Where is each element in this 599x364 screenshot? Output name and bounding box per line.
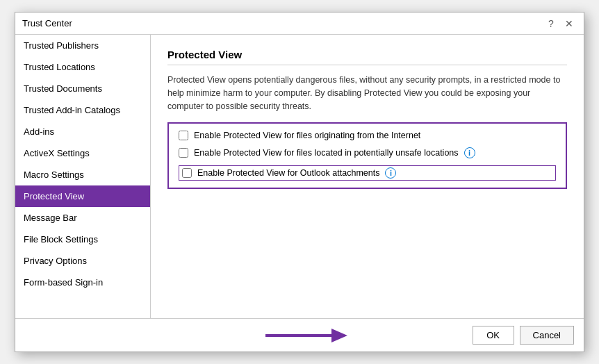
info-icon-opt-unsafe-locations[interactable]: i [464,147,475,158]
label-opt-unsafe-locations[interactable]: Enable Protected View for files located … [194,148,459,158]
option-row-opt-unsafe-locations: Enable Protected View for files located … [179,147,556,158]
sidebar: Trusted PublishersTrusted LocationsTrust… [15,35,151,318]
sidebar-item-privacy-options[interactable]: Privacy Options [15,250,150,272]
svg-marker-1 [331,329,347,342]
dialog-title: Trust Center [22,18,72,28]
sidebar-item-macro-settings[interactable]: Macro Settings [15,164,150,185]
sidebar-item-file-block-settings[interactable]: File Block Settings [15,229,150,250]
description-text: Protected View opens potentially dangero… [167,74,567,113]
sidebar-item-protected-view[interactable]: Protected View [15,185,150,207]
dialog-footer: OK Cancel [15,318,584,351]
checkbox-opt-unsafe-locations[interactable] [179,148,188,158]
option-row-opt-outlook: Enable Protected View for Outlook attach… [179,165,556,181]
ok-button[interactable]: OK [473,326,514,345]
main-content: Protected View Protected View opens pote… [151,35,584,318]
checkbox-opt-outlook[interactable] [182,168,192,178]
arrow-container [265,324,349,347]
sidebar-item-trusted-documents[interactable]: Trusted Documents [15,78,150,99]
titlebar: Trust Center ? ✕ [15,13,584,35]
checkbox-opt-internet[interactable] [179,131,188,140]
options-box: Enable Protected View for files originat… [167,122,567,189]
dialog-body: Trusted PublishersTrusted LocationsTrust… [15,35,584,318]
section-title: Protected View [167,49,567,65]
cancel-button[interactable]: Cancel [520,326,574,345]
option-row-opt-internet: Enable Protected View for files originat… [179,131,556,140]
trust-center-dialog: Trust Center ? ✕ Trusted PublishersTrust… [15,12,584,352]
sidebar-item-trusted-publishers[interactable]: Trusted Publishers [15,35,150,56]
close-button[interactable]: ✕ [561,16,577,31]
sidebar-item-trusted-add-in-catalogs[interactable]: Trusted Add-in Catalogs [15,99,150,121]
sidebar-item-form-based-sign-in[interactable]: Form-based Sign-in [15,272,150,293]
sidebar-item-message-bar[interactable]: Message Bar [15,207,150,229]
sidebar-item-activex-settings[interactable]: ActiveX Settings [15,142,150,164]
sidebar-item-trusted-locations[interactable]: Trusted Locations [15,56,150,78]
sidebar-item-add-ins[interactable]: Add-ins [15,121,150,142]
label-opt-internet[interactable]: Enable Protected View for files originat… [194,131,420,140]
label-opt-outlook[interactable]: Enable Protected View for Outlook attach… [197,168,379,178]
help-button[interactable]: ? [543,16,559,31]
arrow-icon [265,324,349,347]
titlebar-controls: ? ✕ [543,16,577,31]
info-icon-opt-outlook[interactable]: i [385,167,396,179]
